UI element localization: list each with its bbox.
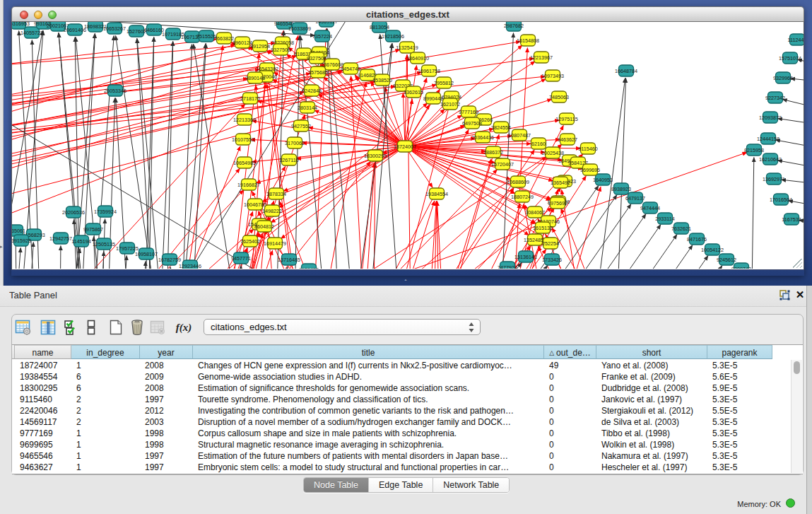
new-column-button[interactable] bbox=[106, 317, 126, 337]
cell-name: 9777169 bbox=[15, 428, 71, 439]
panel-collapse-arrow-icon[interactable]: ▸ bbox=[0, 243, 4, 250]
column-header-in_degree[interactable]: in_degree bbox=[71, 345, 140, 359]
graph-node-label: 3084067 bbox=[525, 209, 545, 216]
graph-node-label: 1112443 bbox=[788, 37, 804, 43]
graph-node-label: 8215958 bbox=[744, 147, 764, 153]
tab-node-table[interactable]: Node Table bbox=[304, 478, 369, 492]
graph-node-label: 1733426 bbox=[542, 257, 562, 263]
column-header-short[interactable]: short bbox=[596, 345, 707, 359]
table-row[interactable]: 911546021997Tourette syndrome. Phenomeno… bbox=[12, 394, 803, 405]
graph-node-label: 10688609 bbox=[507, 179, 529, 185]
cell-pagerank: 5.9E-5 bbox=[707, 382, 772, 394]
cytoscape-app: ▸ citations_edges.txt 163169531405572399… bbox=[0, 0, 812, 514]
graph-node-label: 18724007 bbox=[394, 144, 416, 150]
graph-node-label: 16782759 bbox=[158, 257, 181, 263]
cell-in_degree: 2 bbox=[71, 405, 140, 416]
network-canvas[interactable]: 1631695314055723993163420021067206914061… bbox=[11, 22, 804, 270]
citation-edge bbox=[148, 103, 428, 269]
cell-title: Embryonic stem cells: a model to study s… bbox=[193, 462, 544, 473]
tab-network-table[interactable]: Network Table bbox=[433, 478, 509, 492]
graph-node-label: 8454749 bbox=[341, 66, 360, 72]
window-titlebar[interactable]: citations_edges.txt bbox=[11, 6, 804, 22]
show-columns-button[interactable] bbox=[38, 317, 58, 337]
graph-node-label: 12505135 bbox=[93, 241, 115, 247]
edge bbox=[75, 37, 81, 269]
delete-column-button[interactable] bbox=[127, 317, 147, 337]
graph-node-label: 6466160 bbox=[144, 27, 164, 33]
graph-node-label: 1640953 bbox=[593, 177, 613, 183]
graph-node-label: 14055723 bbox=[20, 30, 43, 36]
table-settings-button[interactable] bbox=[13, 317, 33, 337]
table-row[interactable]: 946554611997Estimation of the future num… bbox=[12, 450, 803, 462]
column-header-label: in_degree bbox=[86, 348, 124, 358]
table-row[interactable]: 969969511998Structural magnetic resonanc… bbox=[12, 439, 803, 450]
graph-node-label: 15136141 bbox=[514, 254, 537, 260]
column-header-label: out_de… bbox=[556, 348, 591, 358]
edge bbox=[797, 59, 804, 81]
scrollbar-thumb[interactable] bbox=[794, 361, 800, 374]
table-row[interactable]: 977716911998Corpus callosum shape and si… bbox=[12, 428, 803, 439]
graph-node-label: 6497508 bbox=[462, 120, 482, 127]
graph-node-label: 3575685 bbox=[308, 69, 328, 76]
column-header-year[interactable]: year bbox=[140, 345, 193, 359]
cell-short: Franke et al. (2009) bbox=[596, 371, 707, 382]
function-builder-button[interactable]: f(x) bbox=[174, 317, 194, 337]
cell-pagerank: 5.5E-5 bbox=[707, 405, 772, 416]
cell-year: 2008 bbox=[140, 382, 193, 394]
cell-short: de Silva et al. (2003) bbox=[596, 416, 707, 428]
new-row-button[interactable] bbox=[81, 317, 101, 337]
table-row[interactable]: 946362711997Embryonic stem cells: a mode… bbox=[12, 462, 803, 473]
close-panel-icon[interactable]: ✕ bbox=[794, 288, 806, 301]
graph-node-label: 7632621 bbox=[671, 226, 691, 232]
column-header-out_de[interactable]: △out_de… bbox=[544, 345, 596, 359]
status-bar: Memory: OK bbox=[0, 495, 812, 514]
graph-node-label: 8938923 bbox=[611, 186, 631, 192]
table-row[interactable]: 1456911722003Disruption of a novel membe… bbox=[12, 416, 803, 428]
table-panel: ˆ Table Panel ✕ citations_edges.txt bbox=[0, 286, 812, 514]
split-pane-handle-icon[interactable]: ˆ bbox=[400, 281, 411, 285]
edge bbox=[645, 266, 722, 269]
table-row[interactable]: 1830029562008Estimation of significance … bbox=[12, 382, 803, 394]
column-header-title[interactable]: title bbox=[193, 345, 544, 359]
table-row[interactable]: 1872400712008Changes of HCN gene express… bbox=[12, 360, 803, 371]
select-columns-button[interactable] bbox=[62, 317, 82, 337]
delete-table-button[interactable] bbox=[148, 317, 167, 337]
column-header-name[interactable]: name bbox=[15, 345, 71, 359]
network-table-selector[interactable]: citations_edges.txt bbox=[204, 319, 481, 335]
graph-node-label: 1538520 bbox=[372, 77, 392, 83]
graph-node-label: 3267110 bbox=[279, 157, 298, 163]
graph-node-label: 7477924 bbox=[498, 264, 517, 269]
graph-node-label: 10653267 bbox=[103, 25, 126, 32]
cell-out_de: 0 bbox=[544, 428, 596, 439]
cell-year: 2008 bbox=[140, 360, 193, 371]
column-header-label: pagerank bbox=[722, 348, 757, 358]
column-header-pagerank[interactable]: pagerank bbox=[707, 345, 772, 359]
table-row[interactable]: 1938455462009Genome-wide association stu… bbox=[12, 371, 803, 382]
table-header-row: namein_degreeyeartitle△out_de…shortpager… bbox=[12, 345, 803, 360]
citation-edge bbox=[561, 209, 613, 269]
edge bbox=[616, 245, 693, 269]
window-resize-grip[interactable] bbox=[793, 259, 802, 268]
citation-edge bbox=[403, 93, 405, 146]
graph-node-label: 1975692 bbox=[548, 200, 567, 206]
citation-edge bbox=[12, 86, 396, 151]
tab-edge-table[interactable]: Edge Table bbox=[369, 478, 433, 492]
table-row[interactable]: 2242004622012Investigating the contribut… bbox=[12, 405, 803, 416]
graph-node-label: 16033809 bbox=[288, 25, 311, 32]
network-graph[interactable]: 1631695314055723993163420021067206914061… bbox=[12, 22, 804, 269]
table-vertical-scrollbar[interactable] bbox=[791, 360, 802, 473]
cell-short: Nakamura et al. (1997) bbox=[596, 450, 707, 462]
citation-edge bbox=[469, 204, 520, 269]
graph-node-label: 10807487 bbox=[508, 132, 531, 139]
cell-title: Investigating the contribution of common… bbox=[193, 405, 544, 416]
float-panel-icon[interactable] bbox=[779, 290, 790, 300]
memory-status-label: Memory: OK bbox=[737, 500, 781, 508]
graph-node-label: 12093872 bbox=[759, 115, 782, 121]
cell-title: Estimation of significance thresholds fo… bbox=[193, 382, 544, 394]
edge bbox=[190, 43, 206, 269]
graph-node-label: 12975115 bbox=[555, 116, 577, 122]
edge bbox=[777, 119, 804, 136]
graph-node-label: 1362615 bbox=[404, 89, 423, 95]
edge bbox=[569, 214, 646, 269]
graph-node-label: 10025438 bbox=[541, 150, 564, 156]
